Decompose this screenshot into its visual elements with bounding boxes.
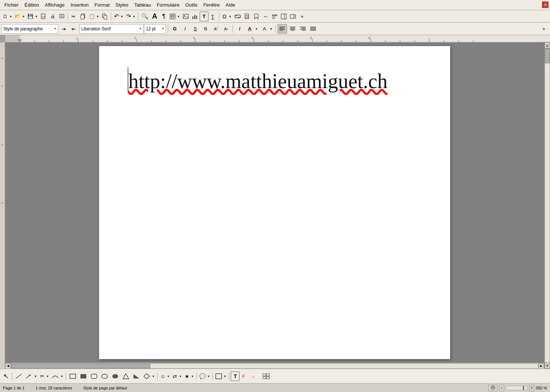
page-scroll-area[interactable]: http://www.matthieuamiguet.ch: [5, 42, 544, 363]
save-arrow[interactable]: ▾: [34, 12, 39, 21]
draw-triangle-button[interactable]: [121, 372, 131, 381]
highlight-button[interactable]: A: [260, 24, 269, 34]
menu-edition[interactable]: Édition: [22, 1, 42, 9]
toolbar2-more-button[interactable]: »: [539, 24, 549, 34]
draw-ellipse-filled-button[interactable]: [110, 372, 120, 381]
cut-button[interactable]: ✂: [69, 12, 78, 21]
draw-rect-outline-button[interactable]: [68, 372, 78, 381]
strikethrough-button[interactable]: S: [201, 24, 210, 34]
menu-outils[interactable]: Outils: [182, 1, 200, 9]
textbox-button[interactable]: T: [200, 12, 208, 21]
vscroll-thumb[interactable]: [545, 49, 550, 63]
table-button[interactable]: [169, 12, 177, 21]
paragraph-style-selector[interactable]: Style de paragraphe: [1, 24, 58, 34]
menu-fichier[interactable]: Fichier: [1, 1, 22, 9]
formula-button[interactable]: ∑: [209, 12, 218, 21]
save-button[interactable]: 💾: [26, 12, 34, 21]
scroll-down-button[interactable]: ▼: [545, 363, 550, 369]
draw-callout-dropdown[interactable]: ▾: [207, 372, 211, 381]
increase-indent-button[interactable]: ⇥: [59, 24, 68, 34]
new-arrow[interactable]: ▾: [9, 12, 13, 21]
align-right-button[interactable]: [298, 24, 308, 34]
draw-flowchart-button[interactable]: [214, 372, 223, 381]
special-chars-button[interactable]: Ω: [221, 12, 228, 21]
shadow-italic-button[interactable]: I: [235, 24, 244, 34]
hscroll-thumb[interactable]: [11, 364, 150, 368]
undo-button[interactable]: ↶: [113, 12, 120, 21]
zoom-slider-thumb[interactable]: [523, 386, 524, 390]
paragraph-style-select[interactable]: Style de paragraphe: [1, 24, 58, 34]
horizontal-scrollbar[interactable]: ◀ ▶: [5, 363, 544, 369]
open-arrow[interactable]: ▾: [22, 12, 26, 21]
draw-fontwork-cursor-button[interactable]: ↕: [250, 372, 261, 381]
clone-button[interactable]: [101, 12, 109, 21]
draw-textbox-button[interactable]: T: [231, 372, 240, 381]
draw-select-button[interactable]: ↖: [1, 372, 10, 381]
menu-styles[interactable]: Styles: [113, 1, 131, 9]
scroll-up-button[interactable]: ▲: [545, 42, 550, 48]
font-size-selector[interactable]: 12 pt: [144, 24, 166, 34]
preview-button[interactable]: [57, 12, 66, 21]
link-button[interactable]: [233, 12, 242, 21]
draw-rect-filled-button[interactable]: [78, 372, 88, 381]
scroll-left-button[interactable]: ◀: [5, 363, 11, 369]
sidebar-toggle-button[interactable]: [289, 12, 297, 21]
close-button[interactable]: ✕: [542, 1, 549, 8]
draw-symbols-button[interactable]: ☺: [159, 372, 166, 381]
redo-button[interactable]: ↷: [125, 12, 132, 21]
draw-ellipse-button[interactable]: [99, 372, 110, 381]
characters-button[interactable]: A: [150, 12, 159, 21]
redo-arrow[interactable]: ▾: [132, 12, 136, 21]
font-color-button[interactable]: A: [245, 24, 255, 34]
menu-affichage[interactable]: Affichage: [42, 1, 68, 9]
copy-button[interactable]: [79, 12, 87, 21]
draw-line-arrow-dropdown[interactable]: ▾: [34, 372, 38, 381]
draw-flowchart-dropdown[interactable]: ▾: [223, 372, 227, 381]
document-content[interactable]: http://www.matthieuamiguet.ch: [128, 68, 421, 95]
font-select[interactable]: Liberation Serif: [79, 24, 143, 34]
draw-callout-button[interactable]: 💬: [198, 372, 207, 381]
open-button[interactable]: 📂: [14, 12, 22, 21]
zoom-slider[interactable]: [506, 386, 528, 390]
draw-line-arrow-button[interactable]: [24, 372, 34, 381]
draw-horiz-arrow-dropdown[interactable]: ▾: [178, 372, 183, 381]
subscript-button[interactable]: A₂: [221, 24, 231, 34]
paste-button[interactable]: 📋: [88, 12, 96, 21]
draw-freehand-button[interactable]: ✏: [38, 372, 46, 381]
align-left-button[interactable]: [278, 24, 287, 34]
highlight-arrow[interactable]: ▾: [269, 24, 274, 34]
draw-star-button[interactable]: ★: [183, 372, 191, 381]
footnote-button[interactable]: fn: [243, 12, 252, 21]
special-chars-arrow[interactable]: ▾: [228, 12, 233, 21]
draw-freehand-dropdown[interactable]: ▾: [46, 372, 50, 381]
navigator-button[interactable]: [270, 12, 279, 21]
zoom-button[interactable]: 🔍: [140, 12, 150, 21]
font-selector[interactable]: Liberation Serif: [79, 24, 143, 34]
export-pdf-button[interactable]: PDF: [39, 12, 48, 21]
zoom-increase-button[interactable]: +: [529, 385, 534, 391]
menu-insertion[interactable]: Insertion: [68, 1, 92, 9]
align-center-button[interactable]: [288, 24, 297, 34]
zoom-decrease-button[interactable]: −: [499, 385, 504, 391]
bookmark-button[interactable]: [252, 12, 261, 21]
justify-button[interactable]: [308, 24, 318, 34]
draw-rect-rounded-button[interactable]: [89, 372, 99, 381]
draw-connector-button[interactable]: [50, 372, 60, 381]
sidebar-button[interactable]: [279, 12, 288, 21]
draw-horiz-arrow-button[interactable]: ⇄: [171, 372, 178, 381]
format-marks-button[interactable]: ¶: [159, 12, 168, 21]
print-button[interactable]: 🖨: [48, 12, 57, 21]
undo-arrow[interactable]: ▾: [120, 12, 124, 21]
font-size-select[interactable]: 12 pt: [144, 24, 166, 34]
italic-button[interactable]: I: [180, 24, 190, 34]
draw-fontwork-button[interactable]: F: [240, 372, 250, 381]
draw-diamond-button[interactable]: [142, 372, 151, 381]
draw-star-dropdown[interactable]: ▾: [191, 372, 195, 381]
font-color-arrow[interactable]: ▾: [255, 24, 259, 34]
menu-aide[interactable]: Aide: [223, 1, 238, 9]
draw-symbols-dropdown[interactable]: ▾: [166, 372, 171, 381]
draw-diamond-dropdown[interactable]: ▾: [151, 372, 156, 381]
language-button[interactable]: [488, 385, 498, 391]
image-button[interactable]: [181, 12, 190, 21]
paste-arrow[interactable]: ▾: [96, 12, 100, 21]
